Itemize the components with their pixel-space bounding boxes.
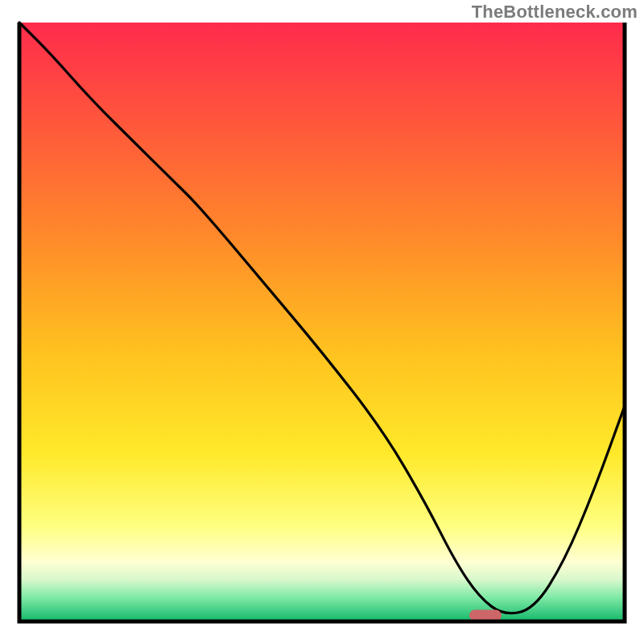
bottleneck-chart bbox=[0, 0, 644, 644]
watermark-text: TheBottleneck.com bbox=[472, 2, 638, 23]
plot-background bbox=[19, 23, 625, 621]
chart-container: TheBottleneck.com bbox=[0, 0, 644, 644]
